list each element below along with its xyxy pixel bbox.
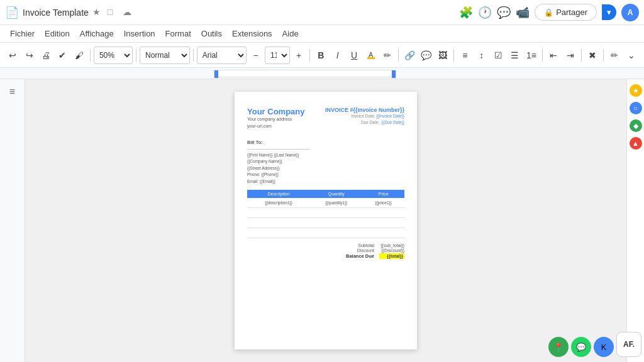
invoice-right: INVOICE #{{Invoice Number}} Invoice Date… xyxy=(325,107,404,129)
whatsapp-icon[interactable]: 💬 xyxy=(571,337,591,357)
folder-icon[interactable]: □ xyxy=(108,7,119,18)
menu-affichage[interactable]: Affichage xyxy=(75,27,119,40)
cloud-icon[interactable]: ☁ xyxy=(123,7,134,18)
list-button[interactable]: ☰ xyxy=(507,47,522,64)
blue-icon[interactable]: K xyxy=(594,337,614,357)
col-description: Description xyxy=(247,190,310,198)
col-quantity: Quantity xyxy=(310,190,362,198)
right-panel-icon-1[interactable]: ★ xyxy=(630,84,642,97)
undo-icon[interactable]: ↩ xyxy=(5,47,20,64)
bill-address: {{Street Address}} xyxy=(247,165,404,172)
more-options-button[interactable]: ⌄ xyxy=(623,47,638,64)
bill-name: {{First Name}} {{Last Name}} xyxy=(247,152,404,158)
right-panel-icon-4[interactable]: ▲ xyxy=(630,137,642,150)
checklist-button[interactable]: ☑ xyxy=(491,47,506,64)
company-address: Your company address xyxy=(247,116,305,123)
decrease-indent-button[interactable]: ⇤ xyxy=(546,47,561,64)
menu-aide[interactable]: Aide xyxy=(277,27,304,40)
paint-format-icon[interactable]: 🖌 xyxy=(72,47,87,64)
bill-to-label: Bill To: xyxy=(247,140,404,145)
comment-icon[interactable]: 💬 xyxy=(497,6,511,19)
link-button[interactable]: 🔗 xyxy=(402,47,417,64)
menu-format[interactable]: Format xyxy=(160,27,196,40)
ruler-right-margin[interactable] xyxy=(392,70,396,78)
bill-divider xyxy=(247,149,310,150)
row1-qty: {{quantity1}} xyxy=(310,198,362,208)
line-spacing-button[interactable]: ↕ xyxy=(474,47,489,64)
balance-row: Balance Due {{total}} xyxy=(343,253,404,259)
share-dropdown[interactable]: ▾ xyxy=(602,4,616,20)
af-icon[interactable]: AF. xyxy=(616,332,641,357)
bold-button[interactable]: B xyxy=(313,47,328,64)
image-button[interactable]: 🖼 xyxy=(435,47,450,64)
toolbar-separator-2 xyxy=(136,49,136,62)
table-row xyxy=(247,207,404,217)
document-title[interactable]: Invoice Template xyxy=(23,8,89,18)
row3-desc xyxy=(247,217,310,228)
row2-desc xyxy=(247,207,310,217)
main-content: ≡ Your Company Your company address your… xyxy=(0,79,644,362)
comment-button[interactable]: 💬 xyxy=(418,47,433,64)
font-size-increase[interactable]: + xyxy=(291,47,306,64)
color-button[interactable]: A xyxy=(363,47,378,64)
title-left: 📄 Invoice Template ★ □ ☁ xyxy=(5,6,134,19)
zoom-select[interactable]: 50% xyxy=(94,47,133,64)
toolbar-separator-4 xyxy=(309,49,310,62)
menu-insertion[interactable]: Insertion xyxy=(119,27,160,40)
font-select[interactable]: Arial xyxy=(197,47,247,64)
maps-icon[interactable]: 📍 xyxy=(548,337,569,357)
subtotal-label: Subtotal xyxy=(343,243,374,248)
doc-area[interactable]: Your Company Your company address your-u… xyxy=(25,79,626,362)
menu-outils[interactable]: Outils xyxy=(196,27,227,40)
ordered-list-button[interactable]: 1≡ xyxy=(524,47,539,64)
clear-format-button[interactable]: ✖ xyxy=(585,47,600,64)
ruler-left-margin[interactable] xyxy=(214,70,218,78)
invoice-dates: Invoice Date: {{Invoice Date}} Due Date:… xyxy=(325,113,404,126)
menu-extensions[interactable]: Extensions xyxy=(227,27,277,40)
history-icon[interactable]: 🕐 xyxy=(478,6,492,19)
table-row xyxy=(247,217,404,228)
print-icon[interactable]: 🖨 xyxy=(38,47,53,64)
style-select[interactable]: Normal xyxy=(140,47,190,64)
row4-price xyxy=(362,228,404,238)
underline-button[interactable]: U xyxy=(347,47,362,64)
ruler xyxy=(0,68,644,79)
discount-row: Discount {{Discount}} xyxy=(343,248,404,253)
row2-qty xyxy=(310,207,362,217)
toolbar-separator-9 xyxy=(603,49,604,62)
video-icon[interactable]: 📹 xyxy=(516,6,530,19)
font-size-decrease[interactable]: − xyxy=(248,47,263,64)
bill-phone: Phone: {{Phone}} xyxy=(247,172,404,178)
spellcheck-icon[interactable]: ✔ xyxy=(55,47,70,64)
outline-icon[interactable]: ≡ xyxy=(5,84,20,99)
document-page: Your Company Your company address your-u… xyxy=(235,92,417,349)
font-size-select[interactable]: 11 xyxy=(265,47,290,64)
lock-icon: 🔒 xyxy=(544,8,553,17)
increase-indent-button[interactable]: ⇥ xyxy=(562,47,577,64)
share-button[interactable]: 🔒 Partager xyxy=(535,4,597,21)
highlight-button[interactable]: ✏ xyxy=(380,47,395,64)
row1-desc: {{description1}} xyxy=(247,198,310,208)
menu-fichier[interactable]: Fichier xyxy=(5,27,40,40)
right-panel-icon-2[interactable]: ○ xyxy=(630,102,642,114)
title-right: 🧩 🕐 💬 📹 🔒 Partager ▾ A xyxy=(459,4,639,21)
user-avatar[interactable]: A xyxy=(621,4,639,21)
invoice-title: INVOICE #{{Invoice Number}} xyxy=(325,107,404,113)
align-button[interactable]: ≡ xyxy=(457,47,472,64)
star-icon[interactable]: ★ xyxy=(92,7,104,18)
italic-button[interactable]: I xyxy=(330,47,345,64)
left-sidebar: ≡ xyxy=(0,79,25,362)
title-bar: 📄 Invoice Template ★ □ ☁ 🧩 🕐 💬 📹 🔒 Parta… xyxy=(0,0,644,25)
puzzle-icon[interactable]: 🧩 xyxy=(459,6,473,19)
row4-qty xyxy=(310,228,362,238)
redo-icon[interactable]: ↪ xyxy=(21,47,36,64)
row3-price xyxy=(362,217,404,228)
right-panel-icon-3[interactable]: ◆ xyxy=(630,119,642,132)
drawing-button[interactable]: ✏ xyxy=(607,47,622,64)
bill-to-section: Bill To: {{First Name}} {{Last Name}} {{… xyxy=(247,140,404,185)
table-header-row: Description Quantity Price xyxy=(247,190,404,198)
balance-label: Balance Due xyxy=(343,253,374,259)
row3-qty xyxy=(310,217,362,228)
menu-edition[interactable]: Edition xyxy=(40,27,75,40)
share-label: Partager xyxy=(556,8,587,17)
